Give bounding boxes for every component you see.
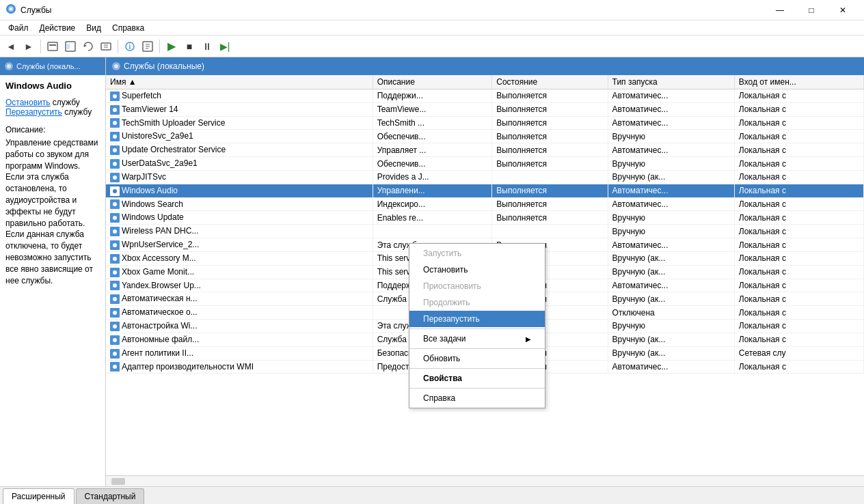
table-row[interactable]: Windows Update Enables re... Выполняется… (106, 211, 864, 225)
svc-name: Windows Search (106, 197, 373, 211)
svc-name: Update Orchestrator Service (106, 143, 373, 157)
table-row[interactable]: UserDataSvc_2a9e1 Обеспечив... Выполняет… (106, 157, 864, 171)
svg-point-61 (113, 352, 117, 356)
table-row[interactable]: WarpJITSvc Provides a J... Вручную (ак..… (106, 170, 864, 184)
svc-status: Выполняется (492, 143, 608, 157)
col-status[interactable]: Состояние (492, 75, 608, 89)
ctx-item-остановить[interactable]: Остановить (409, 262, 545, 278)
svg-point-33 (113, 162, 117, 166)
svc-icon (110, 199, 120, 209)
left-panel-header: Службы (локаль... (0, 57, 105, 75)
ctx-item-всезадачи[interactable]: Все задачи▶ (409, 331, 545, 347)
table-row[interactable]: Windows Audio Управлени... Выполняется А… (106, 184, 864, 197)
ctx-arrow-icon: ▶ (526, 335, 531, 343)
tab-standard[interactable]: Стандартный (76, 488, 145, 504)
table-row[interactable]: Windows Search Индексиро... Выполняется … (106, 197, 864, 211)
table-row[interactable]: UnistoreSvc_2a9e1 Обеспечив... Выполняет… (106, 130, 864, 143)
tb-forward[interactable]: ► (21, 38, 37, 55)
svg-text:i: i (129, 43, 131, 51)
ctx-label: Все задачи (423, 334, 466, 344)
ctx-item-справка[interactable]: Справка (409, 390, 545, 406)
svc-startup: Автоматичес... (608, 279, 734, 292)
ctx-separator (409, 348, 545, 349)
tb-refresh[interactable] (80, 38, 96, 55)
tb-up[interactable] (44, 38, 61, 55)
ctx-label: Приостановить (423, 281, 481, 291)
svc-login: Локальная с (734, 360, 863, 374)
ctx-item-свойства[interactable]: Свойства (409, 370, 545, 387)
svc-login: Локальная с (734, 170, 863, 184)
svc-icon (110, 173, 120, 182)
ctx-separator (409, 328, 545, 329)
tb-props[interactable]: i (122, 38, 138, 55)
svc-desc: TeamViewe... (373, 102, 492, 116)
menu-file[interactable]: Файл (3, 22, 34, 34)
col-desc[interactable]: Описание (373, 75, 492, 89)
svc-startup: Вручную (ак... (608, 251, 734, 265)
ctx-item-приостановить: Приостановить (409, 278, 545, 294)
svc-status: Выполняется (492, 116, 608, 130)
tb-export[interactable] (98, 38, 114, 55)
tb-show-hide[interactable] (62, 38, 79, 55)
svc-status: Выполняется (492, 211, 608, 225)
ctx-item-перезапустить[interactable]: Перезапустить (409, 311, 545, 327)
ctx-label: Перезапустить (423, 314, 480, 324)
svc-icon (110, 308, 120, 318)
svg-point-35 (113, 176, 117, 180)
menu-help[interactable]: Справка (107, 22, 150, 34)
svc-icon (110, 213, 120, 223)
maximize-button[interactable]: □ (796, 0, 827, 20)
h-scrollbar[interactable] (106, 475, 864, 486)
svc-login: Локальная с (734, 279, 863, 292)
svc-name: Адаптер производительности WMI (106, 360, 373, 374)
svc-startup: Отключена (608, 306, 734, 320)
svc-desc: Управляет ... (373, 143, 492, 157)
stop-link-line: Остановить службу (5, 98, 100, 107)
tb-help[interactable] (139, 38, 156, 55)
svg-point-45 (113, 243, 117, 247)
ctx-label: Обновить (423, 354, 460, 363)
table-row[interactable]: TeamViewer 14 TeamViewe... Выполняется А… (106, 102, 864, 116)
tab-extended[interactable]: Расширенный (3, 488, 75, 504)
svg-point-43 (113, 229, 117, 234)
minimize-button[interactable]: — (764, 0, 796, 20)
svc-status: Выполняется (492, 157, 608, 171)
svc-login: Локальная с (734, 197, 863, 211)
table-row[interactable]: TechSmith Uploader Service TechSmith ...… (106, 116, 864, 130)
svc-login: Сетевая слу (734, 346, 863, 360)
tb-start[interactable]: ▶ (163, 38, 180, 55)
svc-login: Локальная с (734, 251, 863, 265)
svc-name: Автоматическая н... (106, 292, 373, 306)
svc-desc: TechSmith ... (373, 116, 492, 130)
col-startup[interactable]: Тип запуска (608, 75, 734, 89)
table-row[interactable]: Superfetch Поддержи... Выполняется Автом… (106, 89, 864, 103)
svc-login: Локальная с (734, 89, 863, 103)
svc-name: WarpJITSvc (106, 170, 373, 184)
service-description: Управление средствами работы со звуком д… (5, 137, 100, 286)
svc-name: Xbox Accessory M... (106, 251, 373, 265)
ctx-item-обновить[interactable]: Обновить (409, 350, 545, 367)
table-row[interactable]: Wireless PAN DHC... Вручную Локальная с (106, 225, 864, 238)
col-login[interactable]: Вход от имен... (734, 75, 863, 89)
svc-startup: Автоматичес... (608, 197, 734, 211)
col-name[interactable]: Имя ▲ (106, 75, 373, 89)
tb-pause[interactable]: ⏸ (199, 38, 215, 55)
svc-login: Локальная с (734, 184, 863, 197)
stop-service-link[interactable]: Остановить (5, 98, 51, 107)
close-button[interactable]: ✕ (827, 0, 859, 20)
ctx-label: Свойства (423, 374, 462, 383)
menu-view[interactable]: Вид (81, 22, 107, 34)
restart-service-link[interactable]: Перезапустить (5, 107, 62, 117)
table-row[interactable]: Update Orchestrator Service Управляет ..… (106, 143, 864, 157)
svc-name: Yandex.Browser Up... (106, 279, 373, 292)
menu-action[interactable]: Действие (34, 22, 81, 34)
tb-stop[interactable]: ■ (181, 38, 198, 55)
svc-name: TeamViewer 14 (106, 102, 373, 116)
service-links: Остановить службу Перезапустить службу (5, 98, 100, 117)
tb-back[interactable]: ◄ (3, 38, 19, 55)
svc-desc: Поддержи... (373, 89, 492, 103)
svc-startup: Автоматичес... (608, 184, 734, 197)
tb-restart[interactable]: ▶| (217, 38, 233, 55)
svc-name: Автономные файл... (106, 333, 373, 346)
svc-login: Локальная с (734, 157, 863, 171)
